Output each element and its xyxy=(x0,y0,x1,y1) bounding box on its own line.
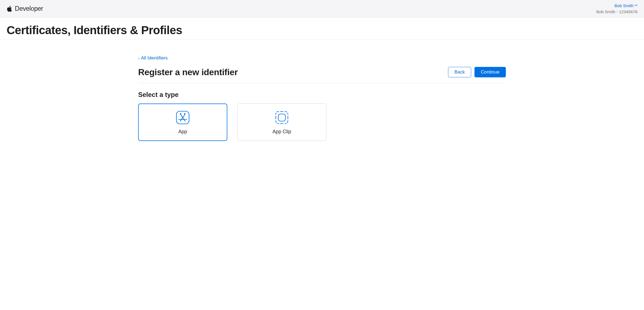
app-icon xyxy=(175,110,190,125)
header-brand[interactable]: Developer xyxy=(7,5,43,12)
continue-button[interactable]: Continue xyxy=(474,67,506,77)
type-cards: App App Clip xyxy=(138,104,506,141)
apple-logo-icon xyxy=(7,6,12,12)
type-card-app-clip[interactable]: App Clip xyxy=(237,104,326,141)
page-title: Certificates, Identifiers & Profiles xyxy=(7,24,637,37)
type-selection-heading: Select a type xyxy=(138,91,506,99)
back-to-identifiers-link[interactable]: ‹ All Identifiers xyxy=(138,55,168,61)
account-name: Bob Smith xyxy=(615,3,634,9)
svg-rect-1 xyxy=(278,114,285,121)
type-card-app[interactable]: App xyxy=(138,104,227,141)
site-header: Developer Bob Smith Bob Smith - 12345678 xyxy=(0,0,644,18)
team-identifier: Bob Smith - 12345678 xyxy=(596,9,637,15)
page-title-bar: Certificates, Identifiers & Profiles xyxy=(0,18,644,40)
chevron-left-icon: ‹ xyxy=(138,56,140,61)
chevron-down-icon xyxy=(635,4,637,7)
main-content: ‹ All Identifiers Register a new identif… xyxy=(118,40,526,148)
type-card-label: App Clip xyxy=(272,129,291,135)
account-area: Bob Smith Bob Smith - 12345678 xyxy=(596,3,637,15)
product-name: Developer xyxy=(15,5,43,12)
back-button[interactable]: Back xyxy=(448,67,471,77)
type-card-label: App xyxy=(178,129,187,135)
action-buttons: Back Continue xyxy=(448,67,506,77)
back-link-label: All Identifiers xyxy=(141,55,168,61)
section-header: Register a new identifier Back Continue xyxy=(138,67,506,83)
section-title: Register a new identifier xyxy=(138,67,238,77)
app-clip-icon xyxy=(274,110,289,125)
account-menu[interactable]: Bob Smith xyxy=(615,3,637,9)
